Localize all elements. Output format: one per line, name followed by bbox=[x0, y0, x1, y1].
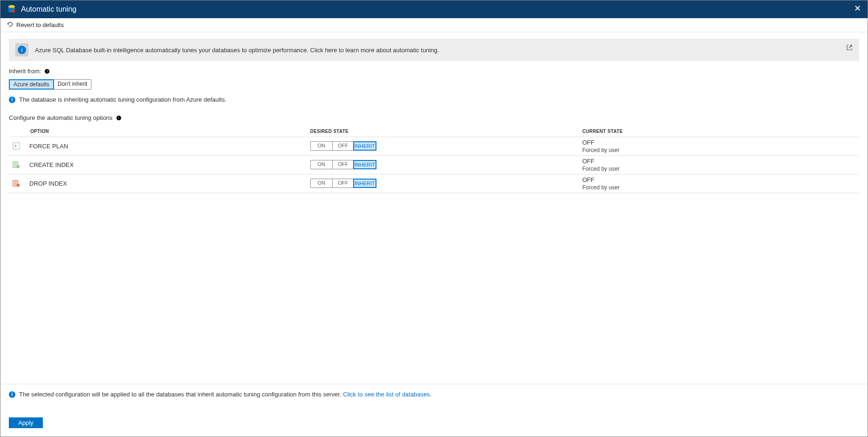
info-icon: i bbox=[9, 97, 15, 103]
database-icon bbox=[7, 5, 16, 14]
external-link-icon bbox=[846, 44, 853, 51]
inherit-from-label: Inherit from: i bbox=[9, 68, 859, 75]
info-icon[interactable]: i bbox=[116, 116, 121, 120]
state-on[interactable]: ON bbox=[311, 160, 332, 169]
svg-point-1 bbox=[8, 5, 15, 8]
content-area: i Azure SQL Database built-in intelligen… bbox=[0, 32, 868, 384]
col-header-option: Option bbox=[9, 126, 307, 137]
state-off[interactable]: OFF bbox=[332, 160, 354, 169]
state-inherit[interactable]: INHERIT bbox=[353, 160, 376, 169]
drop-index-icon bbox=[13, 180, 20, 187]
state-inherit[interactable]: INHERIT bbox=[353, 141, 376, 151]
current-state-value: OFF bbox=[582, 139, 855, 147]
footer-info-text: The selected configuration will be appli… bbox=[19, 391, 343, 398]
table-row: FORCE PLAN ON OFF INHERIT OFF Forced by … bbox=[9, 137, 859, 156]
inherit-segmented-control: Azure defaults Don't inherit bbox=[9, 79, 91, 90]
state-off[interactable]: OFF bbox=[332, 179, 354, 187]
footer-info-row: i The selected configuration will be app… bbox=[9, 391, 859, 398]
apply-button[interactable]: Apply bbox=[9, 417, 43, 428]
learn-more-banner[interactable]: i Azure SQL Database built-in intelligen… bbox=[9, 39, 859, 61]
table-row: CREATE INDEX ON OFF INHERIT OFF Forced b… bbox=[9, 155, 859, 174]
option-name: FORCE PLAN bbox=[29, 143, 68, 150]
state-inherit[interactable]: INHERIT bbox=[353, 179, 376, 188]
toolbar: Revert to defaults bbox=[0, 18, 868, 32]
option-name: CREATE INDEX bbox=[29, 161, 74, 168]
col-header-desired: Desired State bbox=[307, 126, 579, 137]
tuning-options-table: Option Desired State Current State FORCE… bbox=[9, 126, 859, 193]
revert-label: Revert to defaults bbox=[16, 21, 64, 28]
inherit-status-text: The database is inheriting automatic tun… bbox=[19, 96, 226, 103]
footer-databases-link[interactable]: Click to see the list of databases. bbox=[343, 391, 431, 398]
svg-rect-2 bbox=[12, 10, 15, 13]
inherit-option-dont-inherit[interactable]: Don't inherit bbox=[54, 80, 91, 89]
blade-title: Automatic tuning bbox=[21, 5, 76, 14]
configure-options-label: Configure the automatic tuning options i bbox=[9, 114, 859, 121]
footer: i The selected configuration will be app… bbox=[0, 384, 868, 437]
info-icon: i bbox=[15, 43, 28, 56]
create-index-icon bbox=[13, 161, 20, 168]
banner-text: Azure SQL Database built-in intelligence… bbox=[35, 47, 439, 54]
undo-icon bbox=[7, 21, 14, 29]
inherit-status-row: i The database is inheriting automatic t… bbox=[9, 96, 859, 103]
info-icon[interactable]: i bbox=[45, 69, 49, 74]
current-state-value: OFF bbox=[582, 176, 855, 184]
current-state-value: OFF bbox=[582, 158, 855, 166]
desired-state-segmented: ON OFF INHERIT bbox=[310, 160, 376, 169]
revert-to-defaults-button[interactable]: Revert to defaults bbox=[7, 21, 64, 29]
inherit-option-azure-defaults[interactable]: Azure defaults bbox=[9, 79, 54, 90]
desired-state-segmented: ON OFF INHERIT bbox=[310, 141, 376, 151]
desired-state-segmented: ON OFF INHERIT bbox=[310, 179, 376, 188]
force-plan-icon bbox=[13, 142, 20, 150]
info-icon: i bbox=[9, 391, 15, 398]
option-name: DROP INDEX bbox=[29, 180, 67, 187]
current-state-subtext: Forced by user bbox=[582, 166, 855, 172]
current-state-subtext: Forced by user bbox=[582, 147, 855, 153]
state-on[interactable]: ON bbox=[311, 179, 332, 187]
blade-header: Automatic tuning ✕ bbox=[0, 0, 868, 18]
table-row: DROP INDEX ON OFF INHERIT OFF Forced by … bbox=[9, 174, 859, 193]
current-state-subtext: Forced by user bbox=[582, 184, 855, 191]
state-on[interactable]: ON bbox=[311, 142, 332, 150]
close-icon[interactable]: ✕ bbox=[854, 3, 861, 14]
state-off[interactable]: OFF bbox=[332, 142, 354, 150]
col-header-current: Current State bbox=[579, 126, 859, 137]
